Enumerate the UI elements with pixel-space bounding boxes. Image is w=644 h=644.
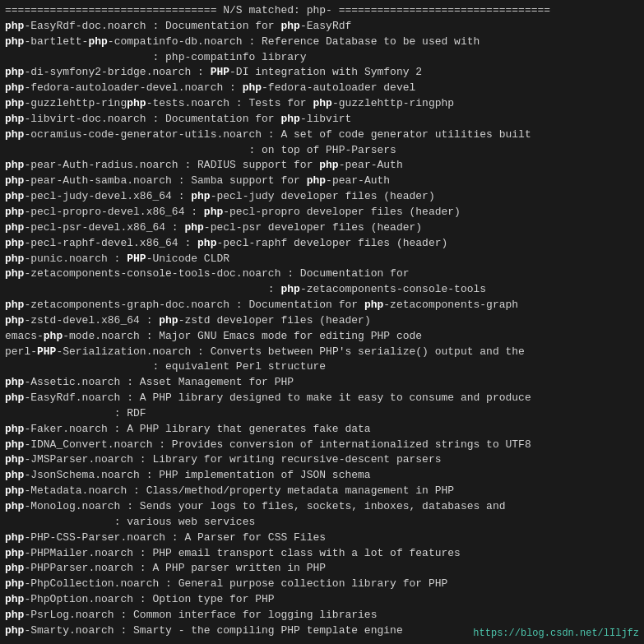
terminal-output: ================================= N/S ma… xyxy=(5,3,639,639)
terminal-line: ================================= N/S ma… xyxy=(5,3,639,19)
terminal-line: php-Metadata.noarch : Class/method/prope… xyxy=(5,484,639,499)
terminal-line: php-zstd-devel.x86_64 : php-zstd develop… xyxy=(5,313,639,329)
terminal-line: php-JMSParser.noarch : Library for writi… xyxy=(5,452,639,468)
terminal-line: php-PHPMailer.noarch : PHP email transpo… xyxy=(5,546,639,562)
terminal-line: php-Monolog.noarch : Sends your logs to … xyxy=(5,499,639,515)
terminal-line: emacs-php-mode.noarch : Major GNU Emacs … xyxy=(5,329,639,345)
terminal-line: php-pear-Auth-radius.noarch : RADIUS sup… xyxy=(5,158,639,174)
terminal-line: php-zetacomponents-console-tools-doc.noa… xyxy=(5,266,639,282)
terminal-line: : php-zetacomponents-console-tools xyxy=(5,282,639,298)
terminal-line: php-guzzlehttp-ringphp-tests.noarch : Te… xyxy=(5,96,639,112)
terminal-line: php-JsonSchema.noarch : PHP implementati… xyxy=(5,468,639,484)
terminal-line: : php-compatinfo library xyxy=(5,50,639,66)
terminal-line: php-pecl-judy-devel.x86_64 : php-pecl-ju… xyxy=(5,189,639,205)
terminal-line: php-pear-Auth-samba.noarch : Samba suppo… xyxy=(5,174,639,189)
terminal-line: php-Faker.noarch : A PHP library that ge… xyxy=(5,422,639,438)
terminal-line: php-pecl-raphf-devel.x86_64 : php-pecl-r… xyxy=(5,236,639,252)
terminal-line: : equivalent Perl structure xyxy=(5,359,639,375)
terminal-line: php-PhpOption.noarch : Option type for P… xyxy=(5,592,639,608)
terminal-line: php-pecl-propro-devel.x86_64 : php-pecl-… xyxy=(5,205,639,220)
terminal-line: : RDF xyxy=(5,406,639,422)
terminal-line: php-libvirt-doc.noarch : Documentation f… xyxy=(5,112,639,127)
terminal-line: php-PHP-CSS-Parser.noarch : A Parser for… xyxy=(5,530,639,546)
terminal-line: : various web services xyxy=(5,515,639,530)
terminal-line: : on top of PHP-Parsers xyxy=(5,143,639,159)
terminal-line: php-di-symfony2-bridge.noarch : PHP-DI i… xyxy=(5,65,639,81)
terminal-line: php-pecl-psr-devel.x86_64 : php-pecl-psr… xyxy=(5,220,639,236)
terminal-line: php-EasyRdf-doc.noarch : Documentation f… xyxy=(5,19,639,35)
terminal-line: php-EasyRdf.noarch : A PHP library desig… xyxy=(5,391,639,406)
url-link[interactable]: https://blog.csdn.net/lIljfz xyxy=(473,627,639,641)
terminal-line: php-PsrLog.noarch : Common interface for… xyxy=(5,608,639,623)
terminal-line: php-IDNA_Convert.noarch : Provides conve… xyxy=(5,438,639,453)
terminal-line: php-bartlett-php-compatinfo-db.noarch : … xyxy=(5,35,639,50)
terminal-line: php-punic.noarch : PHP-Unicode CLDR xyxy=(5,252,639,267)
terminal-line: php-PhpCollection.noarch : General purpo… xyxy=(5,577,639,592)
terminal-line: perl-PHP-Serialization.noarch : Converts… xyxy=(5,345,639,360)
terminal-line: php-PHPParser.noarch : A PHP parser writ… xyxy=(5,561,639,577)
terminal-line: php-zetacomponents-graph-doc.noarch : Do… xyxy=(5,298,639,313)
terminal-line: php-ocramius-code-generator-utils.noarch… xyxy=(5,127,639,143)
terminal-line: php-Assetic.noarch : Asset Management fo… xyxy=(5,375,639,391)
terminal-line: php-fedora-autoloader-devel.noarch : php… xyxy=(5,81,639,96)
